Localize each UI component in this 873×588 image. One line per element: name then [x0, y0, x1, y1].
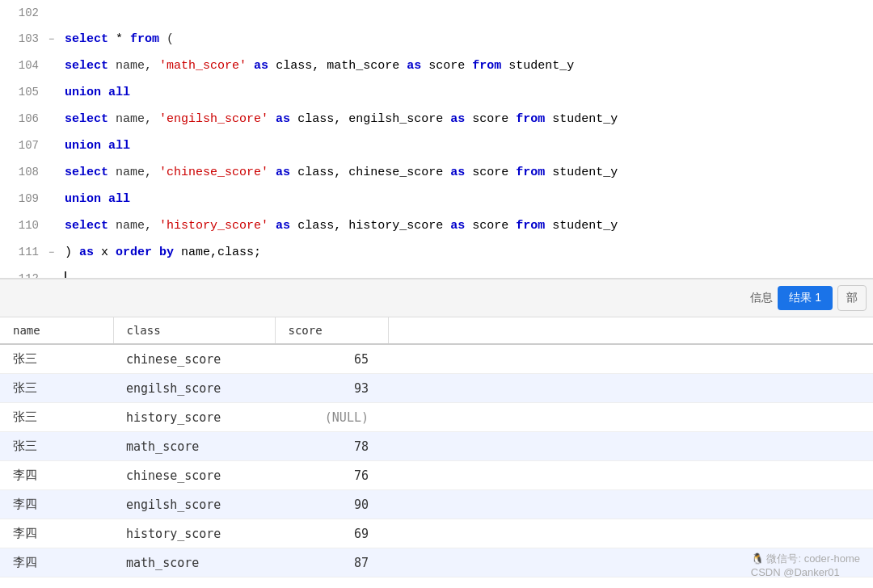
table-header-row: name class score — [0, 317, 873, 344]
code-line-109: 109 union all — [0, 186, 873, 212]
line-number: 102 — [0, 0, 48, 26]
line-number: 103 — [0, 26, 48, 52]
line-content: union all — [61, 80, 873, 106]
table-row: 张三history_score(NULL) — [0, 403, 873, 432]
code-line-112: 112 — [0, 266, 873, 279]
code-line-111: 111−) as x order by name,class; — [0, 239, 873, 266]
cell-class: history_score — [113, 519, 275, 548]
code-editor: 102103−select * from (104 select name, '… — [0, 0, 873, 279]
code-line-106: 106 select name, 'engilsh_score' as clas… — [0, 106, 873, 132]
col-header-class: class — [113, 317, 275, 344]
watermark-line1: 🐧 微信号: coder-home — [751, 552, 860, 566]
table-body: 张三chinese_score65张三engilsh_score93张三hist… — [0, 344, 873, 578]
table-row: 张三chinese_score65 — [0, 344, 873, 374]
cell-name: 张三 — [0, 374, 113, 403]
line-number: 108 — [0, 159, 48, 185]
line-number: 110 — [0, 212, 48, 238]
line-number: 109 — [0, 186, 48, 212]
line-content: select name, 'math_score' as class, math… — [61, 53, 873, 79]
line-content: select name, 'engilsh_score' as class, e… — [61, 107, 873, 132]
toolbar: 信息 结果 1 部 — [0, 279, 873, 317]
cell-score: 65 — [275, 344, 388, 374]
cell-extra — [388, 490, 873, 519]
watermark-line2: CSDN @Danker01 — [751, 566, 860, 578]
cell-score: 76 — [275, 461, 388, 490]
table-row: 张三math_score78 — [0, 432, 873, 461]
cell-name: 李四 — [0, 548, 113, 578]
col-header-extra — [388, 317, 873, 344]
code-line-104: 104 select name, 'math_score' as class, … — [0, 52, 873, 79]
cell-name: 张三 — [0, 432, 113, 461]
cell-class: history_score — [113, 403, 275, 432]
cell-name: 张三 — [0, 403, 113, 432]
cell-extra — [388, 461, 873, 490]
cell-class: engilsh_score — [113, 490, 275, 519]
more-tab-button[interactable]: 部 — [837, 285, 867, 311]
table-row: 李四chinese_score76 — [0, 461, 873, 490]
cell-extra — [388, 344, 873, 374]
line-collapse-icon[interactable]: − — [48, 240, 61, 266]
watermark: 🐧 微信号: coder-home CSDN @Danker01 — [751, 552, 860, 578]
table-row: 李四engilsh_score90 — [0, 490, 873, 519]
cell-score: 90 — [275, 490, 388, 519]
line-number: 111 — [0, 239, 48, 265]
cell-score: 69 — [275, 519, 388, 548]
table-row: 李四math_score87 — [0, 548, 873, 578]
line-content: select * from ( — [61, 27, 873, 52]
line-content — [61, 267, 873, 279]
cell-score: 87 — [275, 548, 388, 578]
col-header-score: score — [275, 317, 388, 344]
line-content: select name, 'history_score' as class, h… — [61, 213, 873, 239]
line-content: select name, 'chinese_score' as class, c… — [61, 160, 873, 186]
line-number: 105 — [0, 79, 48, 105]
code-line-108: 108 select name, 'chinese_score' as clas… — [0, 159, 873, 186]
info-label: 信息 — [750, 291, 773, 305]
line-content: ) as x order by name,class; — [61, 240, 873, 266]
table-row: 张三engilsh_score93 — [0, 374, 873, 403]
line-number: 112 — [0, 266, 48, 279]
result-tab-button[interactable]: 结果 1 — [778, 286, 833, 310]
col-header-name: name — [0, 317, 113, 344]
cell-class: engilsh_score — [113, 374, 275, 403]
code-line-107: 107 union all — [0, 132, 873, 159]
code-line-103: 103−select * from ( — [0, 26, 873, 52]
cell-extra — [388, 519, 873, 548]
code-line-105: 105 union all — [0, 79, 873, 106]
line-number: 104 — [0, 52, 48, 78]
code-line-110: 110 select name, 'history_score' as clas… — [0, 212, 873, 239]
cell-extra — [388, 432, 873, 461]
cell-class: chinese_score — [113, 344, 275, 374]
table-row: 李四history_score69 — [0, 519, 873, 548]
cell-name: 张三 — [0, 344, 113, 374]
results-section: name class score 张三chinese_score65张三engi… — [0, 317, 873, 588]
cell-name: 李四 — [0, 519, 113, 548]
line-content: union all — [61, 187, 873, 212]
cell-class: math_score — [113, 432, 275, 461]
cell-extra — [388, 374, 873, 403]
cell-class: chinese_score — [113, 461, 275, 490]
line-collapse-icon[interactable]: − — [48, 27, 61, 52]
line-number: 107 — [0, 132, 48, 158]
cell-score: (NULL) — [275, 403, 388, 432]
cell-name: 李四 — [0, 490, 113, 519]
code-line-102: 102 — [0, 0, 873, 26]
cell-name: 李四 — [0, 461, 113, 490]
cell-score: 78 — [275, 432, 388, 461]
cell-class: math_score — [113, 548, 275, 578]
code-lines: 102103−select * from (104 select name, '… — [0, 0, 873, 279]
line-number: 106 — [0, 106, 48, 132]
results-table: name class score 张三chinese_score65张三engi… — [0, 317, 873, 578]
cell-extra — [388, 403, 873, 432]
cell-score: 93 — [275, 374, 388, 403]
line-content: union all — [61, 133, 873, 159]
